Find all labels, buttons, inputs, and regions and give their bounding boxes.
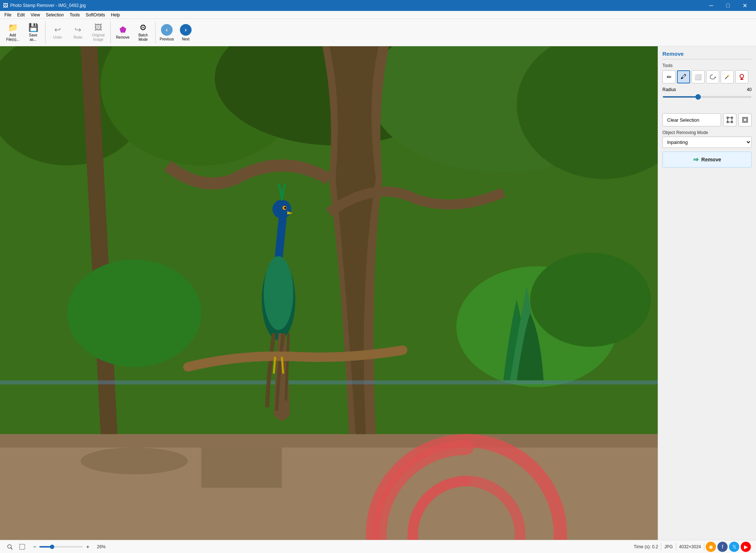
radius-slider-container [662,94,752,99]
remove-toolbar-label: Remove [116,35,129,40]
remove-arrow-icon: ⇒ [693,156,698,164]
format-label: JPG [661,544,676,549]
menu-view[interactable]: View [28,11,43,19]
removing-mode-section: Object Removing Mode Inpainting Smart Fi… [662,130,752,148]
twitter-icon[interactable]: 𝕏 [729,542,739,552]
batch-mode-icon: ⚙ [139,23,147,32]
next-icon: › [180,24,192,36]
title-text: Photo Stamp Remover - IMG_0492.jpg [10,3,701,8]
zoom-track [39,546,83,548]
undo-label: Undo [53,35,62,40]
menu-selection[interactable]: Selection [43,11,67,19]
fit-selection-button[interactable] [723,113,736,126]
menu-edit[interactable]: Edit [14,11,28,19]
menu-tools[interactable]: Tools [67,11,83,19]
invert-selection-icon [742,117,748,123]
svg-point-16 [264,256,293,330]
maximize-button[interactable]: □ [720,0,736,11]
next-button[interactable]: › Next [177,21,195,44]
svg-rect-23 [740,79,743,80]
zoom-out-button[interactable]: − [31,544,38,550]
menu-file[interactable]: File [1,11,14,19]
svg-point-8 [67,259,201,367]
svg-point-17 [80,447,188,474]
menu-softorbits[interactable]: SoftOrbits [83,11,108,19]
invert-selection-button[interactable] [739,113,752,126]
svg-point-13 [272,200,291,219]
previous-button[interactable]: ‹ Previous [158,21,176,44]
add-files-button[interactable]: 📁 AddFile(s)... [3,21,23,44]
original-image-icon: 🖼 [94,23,102,32]
undo-button[interactable]: ↩ Undo [48,21,67,44]
minimize-button[interactable]: ─ [703,0,720,11]
svg-point-32 [8,545,11,548]
lasso-tool-button[interactable] [706,70,719,83]
redo-icon: ↪ [75,25,81,35]
title-bar: 🖼 Photo Stamp Remover - IMG_0492.jpg ─ □… [0,0,756,11]
next-label: Next [182,37,190,41]
menu-bar: File Edit View Selection Tools SoftOrbit… [0,11,756,19]
toolbar-sep-2 [110,21,111,43]
svg-point-15 [284,207,286,209]
scene-svg [0,46,658,540]
time-label: Time (s): 0.2 [634,544,658,549]
magic-wand-icon [724,74,731,80]
window-controls: ─ □ ✕ [703,0,753,11]
zoom-fill [39,546,51,548]
mode-select[interactable]: Inpainting Smart Fill Clone [662,137,752,148]
stamp-tool-button[interactable] [735,70,748,83]
tools-row: ✏ 🖍 ⬜ [662,70,752,83]
selection-size-icon [19,544,25,550]
save-as-label: Saveas... [29,33,38,42]
zoom-slider-row: − + [28,544,94,550]
magic-wand-tool-button[interactable] [721,70,734,83]
social-icons: ◉ f 𝕏 ▶ [704,542,752,552]
remove-toolbar-button[interactable]: ⬟ Remove [113,21,133,44]
clear-selection-button[interactable]: Clear Selection [662,113,721,126]
original-image-button[interactable]: 🖼 OriginalImage [88,21,108,44]
time-display: Time (s): 0.2 [631,544,661,549]
svg-line-21 [725,76,728,79]
zoom-thumb[interactable] [50,545,54,549]
radius-value: 40 [743,87,752,92]
redo-label: Redo [74,35,82,40]
clear-selection-label: Clear Selection [667,117,699,123]
rss-icon[interactable]: ◉ [706,542,716,552]
youtube-icon[interactable]: ▶ [741,542,751,552]
zoom-fit-icon [7,544,13,550]
remove-button[interactable]: ⇒ Remove [662,152,752,168]
right-panel: Remove Tools ✏ 🖍 ⬜ Radius [658,46,756,540]
remove-button-label: Remove [701,157,721,162]
svg-rect-18 [201,447,282,488]
zoom-fit-icon-container [4,540,16,553]
batch-mode-button[interactable]: ⚙ BatchMode [133,21,153,44]
radius-slider[interactable] [662,96,752,98]
redo-button[interactable]: ↪ Redo [68,21,88,44]
previous-label: Previous [160,37,174,41]
radius-label: Radius [662,87,740,92]
menu-help[interactable]: Help [108,11,123,19]
status-right: Time (s): 0.2 JPG 4032×3024 ◉ f 𝕏 ▶ [631,542,752,552]
radius-section: Radius 40 [662,87,752,99]
panel-title: Remove [662,51,752,59]
marker-tool-button[interactable]: 🖍 [677,70,690,83]
dimensions-label: 4032×3024 [676,544,704,549]
remove-toolbar-icon: ⬟ [119,25,126,35]
facebook-icon[interactable]: f [717,542,728,552]
brush-tool-button[interactable]: ✏ [662,70,676,83]
close-button[interactable]: ✕ [736,0,753,11]
undo-icon: ↩ [54,25,61,35]
svg-rect-34 [20,544,25,549]
image-area[interactable] [0,46,658,540]
toolbar-sep-3 [155,21,155,43]
zoom-level: 26% [94,540,109,553]
save-as-button[interactable]: 💾 Saveas... [23,21,43,44]
clear-selection-row: Clear Selection [662,113,752,126]
tools-section: Tools ✏ 🖍 ⬜ [662,63,752,83]
object-removing-mode-label: Object Removing Mode [662,130,752,135]
zoom-in-button[interactable]: + [84,544,91,550]
svg-line-33 [11,548,12,549]
image-canvas [0,46,658,540]
svg-rect-31 [744,118,747,121]
rect-tool-button[interactable]: ⬜ [692,70,705,83]
